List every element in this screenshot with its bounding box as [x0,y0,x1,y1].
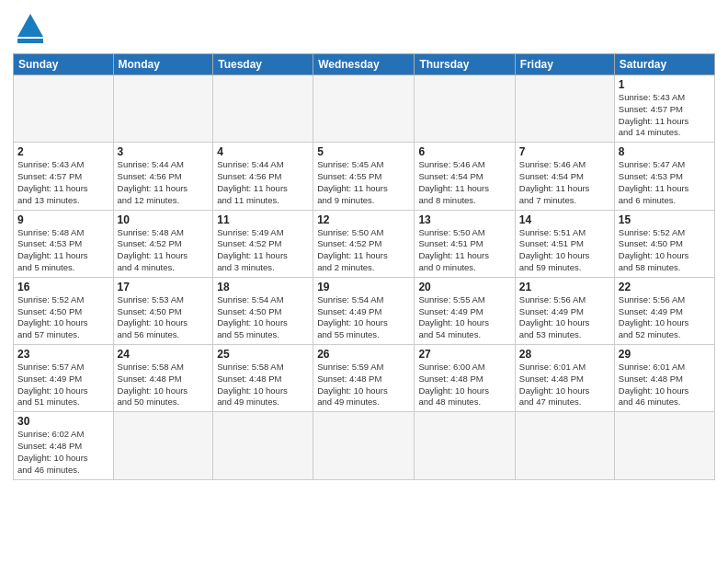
day-info: Sunrise: 6:01 AMSunset: 4:48 PMDaylight:… [519,362,610,408]
calendar-cell [313,75,415,143]
calendar-cell: 29Sunrise: 6:01 AMSunset: 4:48 PMDayligh… [614,345,714,412]
day-info: Sunrise: 5:58 AMSunset: 4:48 PMDaylight:… [118,362,210,408]
calendar-cell: 3Sunrise: 5:44 AMSunset: 4:56 PMDaylight… [113,143,213,210]
calendar-cell: 26Sunrise: 5:59 AMSunset: 4:48 PMDayligh… [313,345,415,412]
day-info: Sunrise: 5:47 AMSunset: 4:53 PMDaylight:… [619,159,711,206]
calendar-cell [113,412,213,479]
day-info: Sunrise: 5:46 AMSunset: 4:54 PMDaylight:… [519,159,610,206]
svg-rect-1 [17,39,43,43]
calendar-week-row: 23Sunrise: 5:57 AMSunset: 4:49 PMDayligh… [14,345,715,412]
day-info: Sunrise: 5:54 AMSunset: 4:50 PMDaylight:… [217,294,309,341]
calendar-week-row: 1Sunrise: 5:43 AMSunset: 4:57 PMDaylight… [14,75,715,143]
day-number: 10 [118,213,210,226]
day-number: 17 [118,281,210,293]
calendar-cell [614,412,714,479]
day-number: 15 [619,213,711,226]
calendar-week-row: 30Sunrise: 6:02 AMSunset: 4:48 PMDayligh… [14,412,715,479]
weekday-header-wednesday: Wednesday [313,54,415,75]
calendar-cell: 20Sunrise: 5:55 AMSunset: 4:49 PMDayligh… [415,277,515,344]
calendar-cell: 28Sunrise: 6:01 AMSunset: 4:48 PMDayligh… [515,345,614,412]
day-number: 28 [519,348,610,361]
day-info: Sunrise: 5:50 AMSunset: 4:51 PMDaylight:… [418,227,510,274]
calendar-cell: 24Sunrise: 5:58 AMSunset: 4:48 PMDayligh… [113,345,213,412]
day-info: Sunrise: 5:56 AMSunset: 4:49 PMDaylight:… [619,294,711,341]
day-number: 20 [418,281,510,293]
day-number: 24 [118,348,210,361]
day-info: Sunrise: 5:46 AMSunset: 4:54 PMDaylight:… [418,159,510,206]
day-info: Sunrise: 5:48 AMSunset: 4:52 PMDaylight:… [118,227,210,274]
weekday-header-saturday: Saturday [614,54,714,75]
day-number: 19 [317,281,410,293]
day-info: Sunrise: 5:52 AMSunset: 4:50 PMDaylight:… [17,294,109,341]
day-number: 13 [418,213,510,226]
day-info: Sunrise: 5:56 AMSunset: 4:49 PMDaylight:… [519,294,610,341]
calendar-cell: 5Sunrise: 5:45 AMSunset: 4:55 PMDaylight… [313,143,415,210]
calendar-table: SundayMondayTuesdayWednesdayThursdayFrid… [13,53,715,480]
day-info: Sunrise: 5:49 AMSunset: 4:52 PMDaylight:… [217,227,309,274]
calendar-cell [213,412,313,479]
calendar-cell: 4Sunrise: 5:44 AMSunset: 4:56 PMDaylight… [213,143,313,210]
logo [13,11,51,46]
calendar-cell: 14Sunrise: 5:51 AMSunset: 4:51 PMDayligh… [515,210,614,277]
day-info: Sunrise: 6:01 AMSunset: 4:48 PMDaylight:… [619,362,711,408]
day-number: 14 [519,213,610,226]
day-info: Sunrise: 5:55 AMSunset: 4:49 PMDaylight:… [418,294,510,341]
day-number: 1 [619,78,711,91]
logo-icon [13,11,48,46]
day-number: 8 [619,145,711,158]
calendar-cell: 12Sunrise: 5:50 AMSunset: 4:52 PMDayligh… [313,210,415,277]
day-number: 18 [217,281,309,293]
day-number: 7 [519,145,610,158]
calendar-cell: 16Sunrise: 5:52 AMSunset: 4:50 PMDayligh… [14,277,114,344]
day-info: Sunrise: 5:45 AMSunset: 4:55 PMDaylight:… [317,159,410,206]
weekday-header-monday: Monday [113,54,213,75]
calendar-cell: 18Sunrise: 5:54 AMSunset: 4:50 PMDayligh… [213,277,313,344]
day-info: Sunrise: 5:53 AMSunset: 4:50 PMDaylight:… [118,294,210,341]
day-number: 23 [17,348,109,361]
day-number: 21 [519,281,610,293]
calendar-cell: 27Sunrise: 6:00 AMSunset: 4:48 PMDayligh… [415,345,515,412]
calendar-cell: 11Sunrise: 5:49 AMSunset: 4:52 PMDayligh… [213,210,313,277]
calendar-cell: 25Sunrise: 5:58 AMSunset: 4:48 PMDayligh… [213,345,313,412]
calendar-cell [213,75,313,143]
day-number: 30 [17,415,109,428]
weekday-header-row: SundayMondayTuesdayWednesdayThursdayFrid… [14,54,715,75]
calendar-week-row: 16Sunrise: 5:52 AMSunset: 4:50 PMDayligh… [14,277,715,344]
calendar-cell [415,75,515,143]
day-number: 11 [217,213,309,226]
day-number: 29 [619,348,711,361]
calendar-cell: 17Sunrise: 5:53 AMSunset: 4:50 PMDayligh… [113,277,213,344]
day-number: 4 [217,145,309,158]
day-number: 2 [17,145,109,158]
calendar-cell: 2Sunrise: 5:43 AMSunset: 4:57 PMDaylight… [14,143,114,210]
day-info: Sunrise: 5:54 AMSunset: 4:49 PMDaylight:… [317,294,410,341]
calendar-cell: 8Sunrise: 5:47 AMSunset: 4:53 PMDaylight… [614,143,714,210]
day-number: 22 [619,281,711,293]
day-number: 26 [317,348,410,361]
day-info: Sunrise: 5:59 AMSunset: 4:48 PMDaylight:… [317,362,410,408]
calendar-cell [515,412,614,479]
day-info: Sunrise: 5:58 AMSunset: 4:48 PMDaylight:… [217,362,309,408]
day-info: Sunrise: 5:51 AMSunset: 4:51 PMDaylight:… [519,227,610,274]
day-info: Sunrise: 5:44 AMSunset: 4:56 PMDaylight:… [217,159,309,206]
svg-marker-0 [17,14,43,37]
day-info: Sunrise: 5:50 AMSunset: 4:52 PMDaylight:… [317,227,410,274]
calendar-week-row: 2Sunrise: 5:43 AMSunset: 4:57 PMDaylight… [14,143,715,210]
day-number: 9 [17,213,109,226]
calendar-cell [415,412,515,479]
calendar-cell: 10Sunrise: 5:48 AMSunset: 4:52 PMDayligh… [113,210,213,277]
day-info: Sunrise: 5:43 AMSunset: 4:57 PMDaylight:… [619,92,711,139]
day-info: Sunrise: 5:43 AMSunset: 4:57 PMDaylight:… [17,159,109,206]
calendar-cell: 15Sunrise: 5:52 AMSunset: 4:50 PMDayligh… [614,210,714,277]
weekday-header-thursday: Thursday [415,54,515,75]
day-info: Sunrise: 5:44 AMSunset: 4:56 PMDaylight:… [118,159,210,206]
calendar-cell: 1Sunrise: 5:43 AMSunset: 4:57 PMDaylight… [614,75,714,143]
day-number: 12 [317,213,410,226]
day-number: 27 [418,348,510,361]
calendar-cell: 30Sunrise: 6:02 AMSunset: 4:48 PMDayligh… [14,412,114,479]
day-info: Sunrise: 6:02 AMSunset: 4:48 PMDaylight:… [17,429,109,476]
day-info: Sunrise: 5:57 AMSunset: 4:49 PMDaylight:… [17,362,109,408]
calendar-week-row: 9Sunrise: 5:48 AMSunset: 4:53 PMDaylight… [14,210,715,277]
calendar-cell: 6Sunrise: 5:46 AMSunset: 4:54 PMDaylight… [415,143,515,210]
calendar-cell [113,75,213,143]
